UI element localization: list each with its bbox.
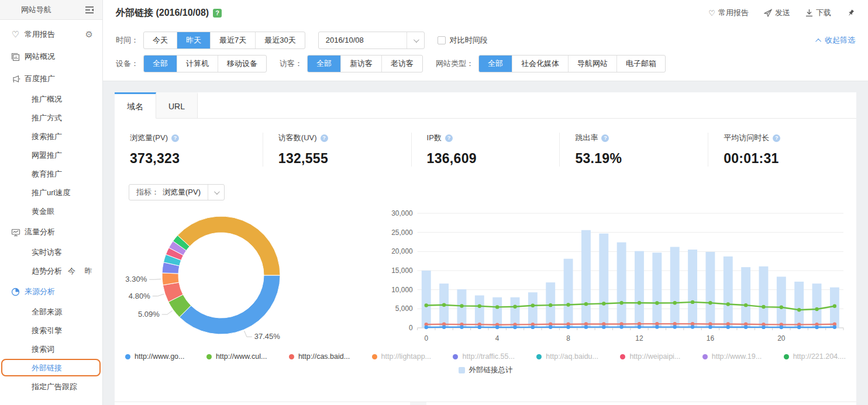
svg-text:0: 0 [409, 324, 413, 332]
legend-label: http://lightapp... [381, 352, 431, 361]
next-section-peek [410, 402, 426, 405]
collapse-filters-link[interactable]: 收起筛选 [817, 35, 855, 46]
app-window: 网站导航 ♡ 常用报告 ⚙ 网站概况 百度推广 [0, 0, 868, 405]
sidebar-item-zhidingguanggaogenzong[interactable]: 指定广告跟踪 [0, 378, 102, 396]
pin-button[interactable] [846, 9, 855, 18]
date-select[interactable]: 2016/10/08 [318, 32, 425, 49]
device-group: 全部 计算机 移动设备 [143, 55, 267, 72]
legend-item-url[interactable]: http://traffic.55... [453, 352, 514, 361]
time-range-group: 今天 昨天 最近7天 最近30天 [143, 32, 305, 49]
sitetype-option-all[interactable]: 全部 [479, 56, 512, 72]
sidebar-item-qushifenxi[interactable]: 趋势分析 今 昨 [0, 262, 102, 281]
device-filter-label: 设备： [116, 58, 139, 69]
chevron-down-icon[interactable] [407, 32, 424, 49]
gear-icon[interactable]: ⚙ [85, 29, 93, 40]
sidebar-item-huangjinyan[interactable]: 黄金眼 [0, 202, 102, 221]
stat-uv-value: 132,555 [278, 151, 411, 167]
visitor-option-all[interactable]: 全部 [308, 56, 340, 72]
visitor-option-new[interactable]: 新访客 [340, 56, 381, 72]
sidebar-item-changyongbaogao[interactable]: ♡ 常用报告 ⚙ [0, 23, 102, 46]
question-icon[interactable]: ? [321, 134, 328, 142]
sitetype-option-nav[interactable]: 导航网站 [568, 56, 616, 72]
legend-item-url[interactable]: http://lightapp... [372, 352, 431, 361]
time-option-last7[interactable]: 最近7天 [210, 32, 255, 49]
sidebar-item-sousuotuiguang[interactable]: 搜索推广 [0, 127, 102, 146]
send-label: 发送 [775, 8, 790, 18]
svg-text:4.80%: 4.80% [129, 292, 150, 300]
sidebar-item-sousuoci[interactable]: 搜索词 [0, 340, 102, 359]
series-dot [289, 354, 294, 359]
tab-url[interactable]: URL [156, 92, 198, 118]
legend-item-url[interactable]: http://www.19... [702, 352, 762, 361]
series-dot [125, 354, 130, 359]
sidebar-item-baidutuiguang[interactable]: 百度推广 [0, 68, 102, 90]
send-button[interactable]: 发送 [764, 8, 790, 18]
sidebar-item-sousuoyinqing[interactable]: 搜索引擎 [0, 321, 102, 340]
sidebar-item-liuliangfenxi[interactable]: 流量分析 [0, 221, 102, 243]
download-button[interactable]: 下载 [805, 8, 831, 18]
metric-select[interactable]: 指标：浏览量(PV) [129, 184, 225, 200]
chart-legend: http://www.go... http://www.cul... http:… [115, 350, 856, 375]
question-icon[interactable]: ? [171, 134, 179, 142]
pie-chart-icon [11, 287, 20, 297]
sidebar-item-tuiguangfangshi[interactable]: 推广方式 [0, 109, 102, 127]
help-badge-icon[interactable]: ? [213, 9, 222, 18]
sidebar-item-wangzhangaikuang[interactable]: 网站概况 [0, 46, 102, 68]
visitor-option-returning[interactable]: 老访客 [381, 56, 422, 72]
sidebar: 网站导航 ♡ 常用报告 ⚙ 网站概况 百度推广 [0, 0, 103, 405]
stat-ip-value: 136,609 [427, 151, 560, 167]
sidebar-item-label: 推广方式 [32, 113, 62, 123]
chevron-up-icon [815, 38, 821, 44]
legend-item-url[interactable]: http://www.cul... [206, 352, 267, 361]
sidebar-item-waibulianjie[interactable]: 外部链接 [0, 359, 102, 378]
legend-row-2: 外部链接总计 [125, 365, 846, 375]
stat-uv: 访客数(UV)? 132,555 [263, 133, 411, 167]
filter-row-time: 时间： 今天 昨天 最近7天 最近30天 2016/10/08 对比时间段 [116, 32, 855, 49]
legend-item-url[interactable]: http://221.204.... [784, 352, 846, 361]
collapse-menu-icon[interactable] [85, 6, 94, 14]
checkbox-box[interactable] [438, 36, 446, 44]
sitetype-option-email[interactable]: 电子邮箱 [616, 56, 665, 72]
sidebar-item-quanbulaiyuan[interactable]: 全部来源 [0, 303, 102, 321]
sidebar-item-tuiguanggaikuang[interactable]: 推广概况 [0, 90, 102, 109]
legend-label: http://traffic.55... [462, 352, 514, 361]
sidebar-item-label: 教育推广 [32, 169, 62, 179]
device-option-pc[interactable]: 计算机 [177, 56, 218, 72]
series-dot [702, 354, 708, 359]
device-option-all[interactable]: 全部 [144, 56, 177, 72]
sidebar-nav: ♡ 常用报告 ⚙ 网站概况 百度推广 推广概况 推广方式 搜索推广 网盟推广 教… [0, 20, 102, 396]
donut-chart-svg: 37.45%5.09%4.80%3.30% [120, 205, 384, 350]
sidebar-item-label: 流量分析 [25, 227, 55, 237]
time-option-last30[interactable]: 最近30天 [255, 32, 304, 49]
device-option-mobile[interactable]: 移动设备 [218, 56, 266, 72]
time-option-yesterday[interactable]: 昨天 [177, 32, 210, 49]
favorite-report-button[interactable]: ♡ 常用报告 [708, 8, 749, 18]
legend-row-1: http://www.go... http://www.cul... http:… [125, 352, 846, 361]
tab-domain[interactable]: 域名 [115, 92, 156, 119]
chevron-down-icon[interactable] [208, 185, 224, 200]
series-dot [620, 354, 625, 359]
legend-item-url[interactable]: http://cas.baid... [289, 352, 350, 361]
time-option-today[interactable]: 今天 [144, 32, 177, 49]
sidebar-item-label: 外部链接 [32, 363, 62, 373]
legend-item-total[interactable]: 外部链接总计 [459, 365, 513, 375]
sidebar-item-laiyuanfenxi[interactable]: 来源分析 [0, 281, 102, 303]
sidebar-item-shishifangke[interactable]: 实时访客 [0, 243, 102, 262]
question-icon[interactable]: ? [601, 134, 609, 142]
question-icon[interactable]: ? [773, 134, 780, 142]
legend-label: http://cas.baid... [298, 352, 350, 361]
legend-item-url[interactable]: http://www.go... [125, 352, 184, 361]
sitetype-option-social[interactable]: 社会化媒体 [512, 56, 568, 72]
sidebar-item-wangmengtuiguang[interactable]: 网盟推广 [0, 146, 102, 165]
sidebar-item-tuiguangurlsudu[interactable]: 推广url速度 [0, 184, 102, 202]
svg-text:25,000: 25,000 [391, 229, 413, 237]
header-actions: ♡ 常用报告 发送 下载 [708, 8, 855, 18]
question-icon[interactable]: ? [445, 134, 453, 142]
sidebar-item-jiaoyutuiguang[interactable]: 教育推广 [0, 165, 102, 184]
compare-period-checkbox[interactable]: 对比时间段 [438, 35, 488, 46]
legend-item-url[interactable]: http://aq.baidu... [536, 352, 598, 361]
legend-item-url[interactable]: http://weipaipi... [620, 352, 680, 361]
date-select-value: 2016/10/08 [319, 32, 407, 49]
sidebar-item-label: 常用报告 [25, 29, 55, 40]
today-yesterday-shortcut[interactable]: 今 昨 [68, 266, 96, 276]
